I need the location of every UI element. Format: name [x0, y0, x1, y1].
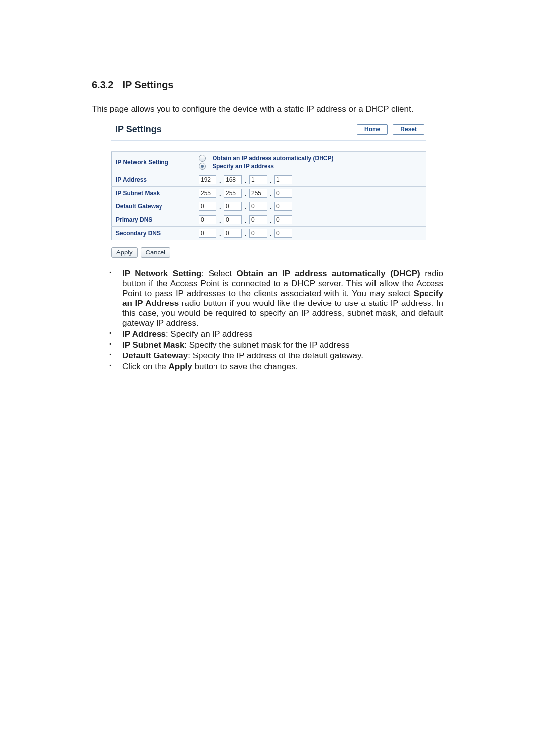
- bullet-ip-network-setting: IP Network Setting: Select Obtain an IP …: [109, 269, 443, 328]
- value-secondary-dns: 0. 0. 0. 0: [197, 227, 426, 240]
- row-ip-address: IP Address 192. 168. 1. 1: [112, 173, 426, 187]
- value-ip-network-setting: Obtain an IP address automatically (DHCP…: [197, 152, 426, 173]
- row-secondary-dns: Secondary DNS 0. 0. 0. 0: [112, 227, 426, 240]
- radio-icon: [199, 155, 206, 162]
- value-primary-dns: 0. 0. 0. 0: [197, 213, 426, 227]
- bullet-ip-subnet-mask: IP Subnet Mask: Specify the subnet mask …: [109, 340, 443, 350]
- footer-buttons: Apply Cancel: [111, 247, 426, 258]
- cancel-button[interactable]: Cancel: [141, 247, 170, 258]
- ip-address-o2[interactable]: 168: [224, 175, 242, 184]
- pdns-o2[interactable]: 0: [224, 215, 242, 224]
- settings-table: IP Network Setting Obtain an IP address …: [111, 151, 426, 240]
- home-button[interactable]: Home: [357, 124, 388, 135]
- pdns-o1[interactable]: 0: [199, 215, 216, 224]
- gateway-o2[interactable]: 0: [224, 202, 242, 211]
- sdns-o3[interactable]: 0: [249, 229, 267, 238]
- panel-title: IP Settings: [113, 124, 161, 135]
- ip-address-o3[interactable]: 1: [249, 175, 267, 184]
- subnet-o4[interactable]: 0: [274, 189, 292, 198]
- intro-text: This page allows you to configure the de…: [92, 104, 443, 114]
- row-default-gateway: Default Gateway 0. 0. 0. 0: [112, 200, 426, 213]
- section-number: 6.3.2: [92, 79, 113, 90]
- subnet-o1[interactable]: 255: [199, 189, 216, 198]
- doc-bullet-list: IP Network Setting: Select Obtain an IP …: [92, 269, 443, 372]
- ip-address-o4[interactable]: 1: [274, 175, 292, 184]
- row-ip-network-setting: IP Network Setting Obtain an IP address …: [112, 152, 426, 173]
- gateway-o3[interactable]: 0: [249, 202, 267, 211]
- sdns-o1[interactable]: 0: [199, 229, 216, 238]
- label-secondary-dns: Secondary DNS: [112, 227, 197, 240]
- subnet-o3[interactable]: 255: [249, 189, 267, 198]
- label-ip-address: IP Address: [112, 173, 197, 187]
- row-subnet-mask: IP Subnet Mask 255. 255. 255. 0: [112, 187, 426, 200]
- radio-label-static: Specify an IP address: [213, 163, 274, 170]
- label-ip-network-setting: IP Network Setting: [112, 152, 197, 173]
- value-subnet-mask: 255. 255. 255. 0: [197, 187, 426, 200]
- section-heading: 6.3.2IP Settings: [92, 79, 443, 91]
- pdns-o3[interactable]: 0: [249, 215, 267, 224]
- sdns-o2[interactable]: 0: [224, 229, 242, 238]
- gateway-o1[interactable]: 0: [199, 202, 216, 211]
- bullet-apply: Click on the Apply button to save the ch…: [109, 362, 443, 372]
- radio-icon: [199, 163, 206, 170]
- radio-label-dhcp: Obtain an IP address automatically (DHCP…: [213, 155, 334, 162]
- ip-settings-panel: IP Settings Home Reset IP Network Settin…: [111, 122, 426, 258]
- reset-button[interactable]: Reset: [393, 124, 424, 135]
- label-default-gateway: Default Gateway: [112, 200, 197, 213]
- gateway-o4[interactable]: 0: [274, 202, 292, 211]
- ip-address-o1[interactable]: 192: [199, 175, 216, 184]
- sdns-o4[interactable]: 0: [274, 229, 292, 238]
- section-title: IP Settings: [122, 79, 173, 90]
- label-primary-dns: Primary DNS: [112, 213, 197, 227]
- panel-buttons: Home Reset: [357, 124, 424, 135]
- radio-dhcp[interactable]: Obtain an IP address automatically (DHCP…: [199, 155, 424, 162]
- subnet-o2[interactable]: 255: [224, 189, 242, 198]
- row-primary-dns: Primary DNS 0. 0. 0. 0: [112, 213, 426, 227]
- value-ip-address: 192. 168. 1. 1: [197, 173, 426, 187]
- panel-header: IP Settings Home Reset: [111, 122, 426, 141]
- apply-button[interactable]: Apply: [111, 247, 138, 258]
- bullet-ip-address: IP Address: Specify an IP address: [109, 329, 443, 339]
- label-subnet-mask: IP Subnet Mask: [112, 187, 197, 200]
- pdns-o4[interactable]: 0: [274, 215, 292, 224]
- bullet-default-gateway: Default Gateway: Specify the IP address …: [109, 351, 443, 361]
- radio-static[interactable]: Specify an IP address: [199, 163, 424, 170]
- value-default-gateway: 0. 0. 0. 0: [197, 200, 426, 213]
